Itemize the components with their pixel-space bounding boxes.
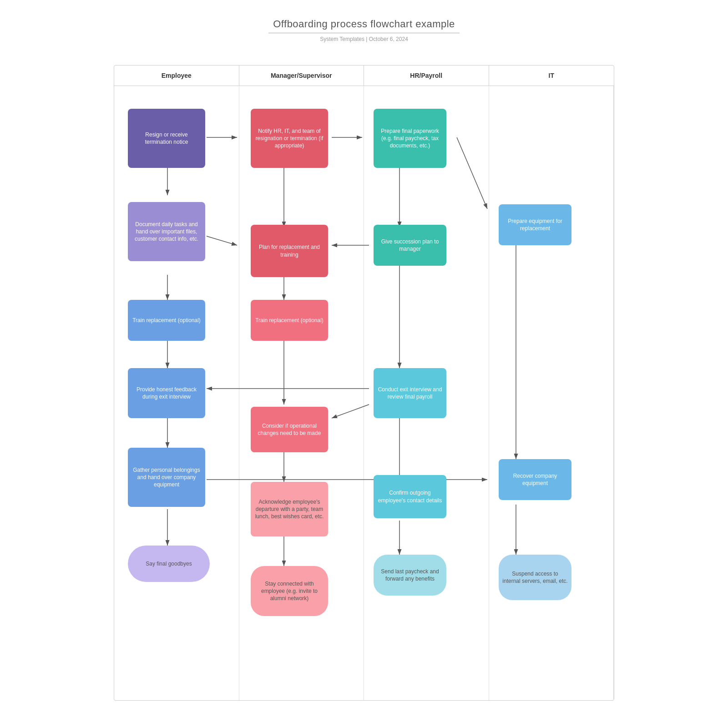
node-emp1: Resign or receive termination notice — [128, 109, 205, 168]
node-it3: Suspend access to internal servers, emai… — [499, 555, 571, 600]
node-hr5: Send last paycheck and forward any benef… — [374, 555, 446, 596]
node-mgr2: Plan for replacement and training — [251, 225, 328, 277]
node-emp5: Gather personal belongings and hand over… — [128, 448, 205, 507]
flowchart-body: Resign or receive termination notice Not… — [114, 86, 614, 700]
column-headers: Employee Manager/Supervisor HR/Payroll I… — [114, 66, 614, 86]
node-mgr3: Train replacement (optional) — [251, 300, 328, 341]
lane-it — [489, 86, 614, 700]
page-subtitle: System Templates | October 6, 2024 — [268, 36, 460, 42]
col-header-manager: Manager/Supervisor — [239, 66, 364, 86]
node-it2: Recover company equipment — [499, 459, 571, 500]
node-emp2: Document daily tasks and hand over impor… — [128, 202, 205, 261]
node-emp4: Provide honest feedback during exit inte… — [128, 368, 205, 418]
node-hr4: Confirm outgoing employee's contact deta… — [374, 475, 446, 518]
node-mgr6: Stay connected with employee (e.g. invit… — [251, 566, 328, 616]
flowchart: Employee Manager/Supervisor HR/Payroll I… — [114, 65, 614, 701]
node-hr3: Conduct exit interview and review final … — [374, 368, 446, 418]
col-header-employee: Employee — [114, 66, 239, 86]
node-it1: Prepare equipment for replacement — [499, 204, 571, 245]
node-hr1: Prepare final paperwork (e.g. final payc… — [374, 109, 446, 168]
node-mgr4: Consider if operational changes need to … — [251, 407, 328, 452]
title-underline — [268, 33, 460, 33]
page-header: Offboarding process flowchart example Sy… — [268, 0, 460, 51]
node-mgr5: Acknowledge employee's departure with a … — [251, 482, 328, 536]
page-title: Offboarding process flowchart example — [268, 18, 460, 30]
col-header-hr: HR/Payroll — [364, 66, 489, 86]
node-emp3: Train replacement (optional) — [128, 300, 205, 341]
col-header-it: IT — [489, 66, 614, 86]
node-emp6: Say final goodbyes — [128, 546, 210, 582]
node-mgr1: Notify HR, IT, and team of resignation o… — [251, 109, 328, 168]
node-hr2: Give succession plan to manager — [374, 225, 446, 266]
